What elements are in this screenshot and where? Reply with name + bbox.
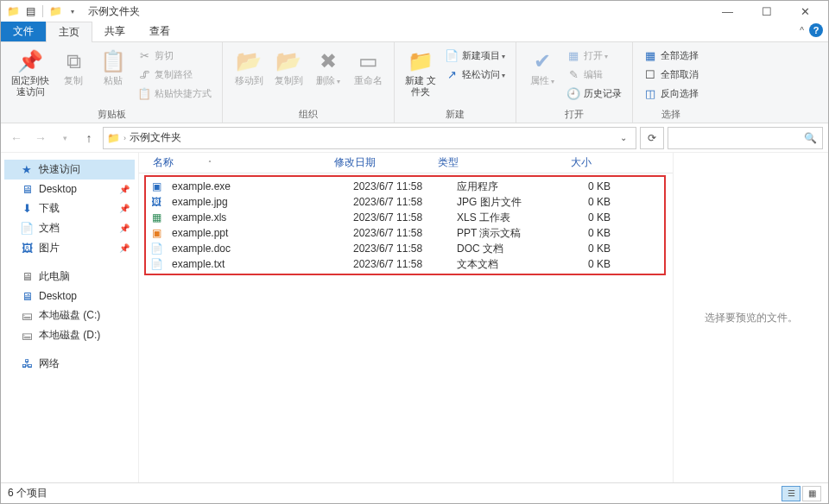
recent-dropdown[interactable]: ▾ [54, 128, 75, 148]
invert-icon: ◫ [643, 86, 657, 100]
shortcut-icon: 📋 [137, 86, 151, 100]
file-pane: 名称˄ 修改日期 类型 大小 ▣example.exe2023/6/7 11:5… [139, 153, 828, 482]
forward-button[interactable]: → [30, 128, 51, 148]
doc-icon: 📄 [149, 242, 163, 255]
col-size[interactable]: 大小 [536, 155, 597, 170]
nav-documents[interactable]: 📄文档📌 [4, 218, 135, 238]
col-date[interactable]: 修改日期 [329, 155, 433, 170]
group-label-open: 打开 [523, 106, 625, 121]
invert-selection-button[interactable]: ◫反向选择 [640, 85, 702, 101]
minimize-button[interactable]: — [708, 1, 747, 22]
tab-home[interactable]: 主页 [46, 22, 92, 42]
tab-view[interactable]: 查看 [137, 22, 182, 41]
nav-downloads[interactable]: ⬇下载📌 [4, 198, 135, 218]
drive-icon: 🖴 [20, 309, 34, 323]
nav-desktop[interactable]: 🖥Desktop📌 [4, 180, 135, 198]
nav-disk-d[interactable]: 🖴本地磁盘 (D:) [4, 325, 135, 345]
search-icon: 🔍 [804, 132, 817, 144]
breadcrumb-segment[interactable]: 示例文件夹 [130, 130, 181, 145]
paste-shortcut-button[interactable]: 📋粘贴快捷方式 [134, 85, 215, 101]
cut-button[interactable]: ✂剪切 [134, 47, 215, 63]
pc-icon: 🖥 [20, 270, 34, 284]
delete-button[interactable]: ✖删除 [309, 46, 347, 88]
col-name[interactable]: 名称˄ [148, 155, 329, 170]
breadcrumb-dropdown-icon[interactable]: ⌄ [615, 133, 632, 142]
documents-icon: 📄 [20, 222, 34, 236]
rename-button[interactable]: ▭重命名 [349, 46, 387, 88]
nav-network[interactable]: 🖧网络 [4, 354, 135, 374]
breadcrumb[interactable]: 📁 › 示例文件夹 ⌄ [103, 127, 636, 149]
qat-dropdown-icon[interactable]: ▾ [66, 4, 79, 18]
jpg-icon: 🖼 [149, 195, 163, 209]
col-type[interactable]: 类型 [433, 155, 536, 170]
pin-icon: 📌 [119, 224, 130, 233]
view-large-icons-button[interactable]: ▦ [802, 486, 821, 501]
nav-quick-access[interactable]: ★快速访问 [4, 160, 135, 180]
breadcrumb-sep: › [123, 134, 126, 142]
pin-icon: 📌 [119, 204, 130, 213]
select-all-icon: ▦ [643, 48, 657, 62]
file-row[interactable]: 📄example.txt2023/6/7 11:58文本文档0 KB [146, 256, 664, 272]
properties-button[interactable]: ✔属性 [523, 46, 561, 88]
file-list: 名称˄ 修改日期 类型 大小 ▣example.exe2023/6/7 11:5… [139, 153, 673, 482]
network-icon: 🖧 [20, 357, 34, 371]
ribbon-collapse-icon[interactable]: ^ [800, 26, 804, 35]
select-all-button[interactable]: ▦全部选择 [640, 47, 702, 63]
preview-pane: 选择要预览的文件。 [673, 153, 828, 482]
open-icon: ▦ [566, 48, 580, 62]
select-none-button[interactable]: ☐全部取消 [640, 66, 702, 82]
paste-button[interactable]: 📋 粘贴 [94, 46, 132, 88]
qat-props-icon[interactable]: ▤ [23, 4, 37, 18]
content-area: ★快速访问 🖥Desktop📌 ⬇下载📌 📄文档📌 🖼图片📌 🖥此电脑 🖥Des… [1, 153, 828, 482]
close-button[interactable]: ✕ [786, 1, 825, 22]
pin-label: 固定到快 速访问 [9, 75, 51, 98]
copy-button[interactable]: ⧉ 复制 [54, 46, 92, 88]
exe-icon: ▣ [149, 180, 163, 193]
maximize-button[interactable]: ☐ [747, 1, 786, 22]
tab-file[interactable]: 文件 [1, 22, 46, 41]
nav-this-pc[interactable]: 🖥此电脑 [4, 267, 135, 287]
window-title: 示例文件夹 [88, 4, 140, 19]
ribbon-group-open: ✔属性 ▦打开 ✎编辑 🕘历史记录 打开 [516, 42, 633, 123]
up-button[interactable]: ↑ [79, 128, 99, 148]
desktop-icon: 🖥 [20, 289, 34, 303]
view-details-button[interactable]: ☰ [782, 486, 801, 501]
preview-empty-text: 选择要预览的文件。 [705, 311, 798, 325]
refresh-button[interactable]: ⟳ [640, 127, 664, 149]
paste-icon: 📋 [99, 47, 127, 75]
copy-to-button[interactable]: 📂复制到 [269, 46, 307, 88]
copy-path-button[interactable]: 🖇复制路径 [134, 66, 215, 82]
drive-icon: 🖴 [20, 329, 34, 343]
delete-icon: ✖ [314, 47, 342, 75]
file-row[interactable]: 🖼example.jpg2023/6/7 11:58JPG 图片文件0 KB [146, 194, 664, 210]
file-row[interactable]: ▣example.exe2023/6/7 11:58应用程序0 KB [146, 179, 664, 194]
new-folder-icon: 📁 [407, 47, 434, 75]
nav-desktop2[interactable]: 🖥Desktop [4, 287, 135, 306]
nav-pictures[interactable]: 🖼图片📌 [4, 238, 135, 258]
move-to-button[interactable]: 📂移动到 [230, 46, 268, 88]
folder-icon: 📁 [6, 4, 20, 18]
new-item-button[interactable]: 📄新建项目 [441, 47, 509, 63]
pin-to-quick-access-button[interactable]: 📌 固定到快 速访问 [8, 46, 53, 99]
easy-access-button[interactable]: ↗轻松访问 [441, 66, 509, 82]
edit-icon: ✎ [566, 67, 580, 81]
back-button[interactable]: ← [6, 128, 27, 148]
copy-icon: ⧉ [60, 47, 87, 75]
help-icon[interactable]: ? [809, 23, 823, 37]
easy-access-icon: ↗ [445, 67, 459, 81]
nav-disk-c[interactable]: 🖴本地磁盘 (C:) [4, 306, 135, 325]
pin-icon: 📌 [119, 185, 130, 194]
history-button[interactable]: 🕘历史记录 [563, 85, 625, 101]
edit-button[interactable]: ✎编辑 [563, 66, 625, 82]
group-label-clipboard: 剪贴板 [8, 106, 215, 121]
file-row[interactable]: ▦example.xls2023/6/7 11:58XLS 工作表0 KB [146, 210, 664, 225]
new-folder-button[interactable]: 📁新建 文件夹 [402, 46, 440, 99]
search-input[interactable]: 🔍 [668, 127, 823, 149]
file-row[interactable]: 📄example.doc2023/6/7 11:58DOC 文档0 KB [146, 241, 664, 256]
open-button[interactable]: ▦打开 [563, 47, 625, 63]
tab-share[interactable]: 共享 [92, 22, 137, 41]
tab-row: 文件 主页 共享 查看 ^ ? [1, 22, 828, 42]
file-row[interactable]: ▣example.ppt2023/6/7 11:58PPT 演示文稿0 KB [146, 225, 664, 241]
ribbon-group-clipboard: 📌 固定到快 速访问 ⧉ 复制 📋 粘贴 ✂剪切 🖇复制路径 📋粘贴快捷方式 剪… [1, 42, 223, 123]
new-item-icon: 📄 [445, 48, 459, 62]
